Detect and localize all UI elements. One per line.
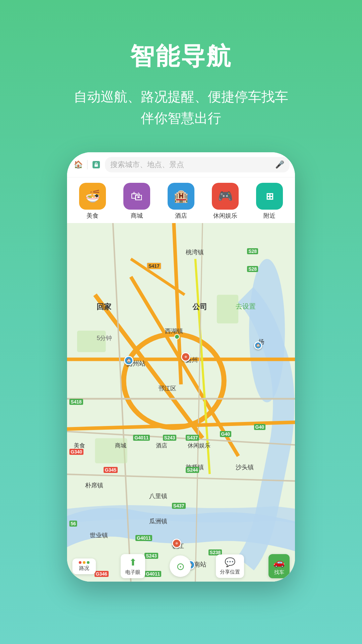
badge-s417: S417 (147, 263, 161, 269)
traffic-button[interactable]: 路况 (72, 558, 96, 574)
map-label-5min: 5分钟 (97, 334, 112, 342)
categories-row: 🍜 美食 🛍 商城 🏨 酒店 🎮 休闲娱乐 ⊞ 附近 (67, 177, 295, 223)
category-nearby-label: 附近 (263, 212, 276, 220)
electronic-eye-button[interactable]: ⬆ 电子眼 (121, 554, 145, 578)
search-input[interactable]: 搜索城市、地点、景点 🎤 (105, 157, 290, 172)
map-label-home: 回家 (97, 302, 111, 312)
map-label-xihuzhen: 西湖镇 (165, 327, 183, 335)
phone-mockup: 🏠 搜索城市、地点、景点 🎤 🍜 美食 🛍 商城 🏨 酒店 (67, 152, 295, 582)
svg-rect-0 (95, 164, 98, 167)
badge-s437-1: S437 (186, 435, 199, 441)
badge-g4011-1: G4011 (133, 435, 150, 441)
pin-yang: 🏠 (254, 341, 262, 350)
traffic-label: 路况 (79, 565, 89, 572)
page-subtitle: 自动巡航、路况提醒、便捷停车找车 伴你智慧出行 (74, 86, 288, 129)
badge-g40-1: G40 (220, 431, 231, 437)
category-hotel-label: 酒店 (175, 212, 187, 220)
location-icon: ⊙ (176, 560, 185, 572)
electronic-label: 电子眼 (125, 569, 140, 576)
lock-icon[interactable] (91, 159, 102, 170)
map-label-food2: 美食 (74, 442, 85, 449)
badge-s418: S418 (69, 399, 83, 405)
map-label-shiyezhen: 世业镇 (90, 531, 108, 539)
map-label-puxizhen: 朴席镇 (85, 481, 103, 489)
share-button[interactable]: 💬 分享位置 (216, 554, 244, 578)
current-location-dot (174, 334, 180, 339)
map-label-taowanzhen: 桃湾镇 (186, 248, 204, 256)
map-label-balizhen: 八里镇 (149, 492, 167, 500)
page-title: 智能导航 (130, 40, 232, 72)
category-food[interactable]: 🍜 美食 (79, 183, 106, 220)
find-car-button[interactable]: 🚗 找车 (268, 554, 290, 578)
category-food-label: 美食 (86, 212, 99, 220)
pin-yangzhouzhan: 🏠 (124, 356, 133, 365)
map-label-mall2: 商城 (115, 442, 126, 449)
badge-s243-1: S243 (163, 435, 177, 441)
badge-s28-2: S28 (247, 266, 258, 272)
map-label-shaqiaozhen: 沙头镇 (236, 463, 254, 471)
map-label-company: 公司 (192, 302, 207, 312)
map-label-guazhouzen: 瓜洲镇 (149, 517, 167, 525)
home-icon[interactable]: 🏠 (72, 159, 84, 170)
svg-rect-17 (217, 295, 238, 324)
badge-s244: S244 (186, 467, 199, 473)
category-mall[interactable]: 🛍 商城 (123, 183, 150, 220)
category-nearby[interactable]: ⊞ 附近 (256, 183, 283, 220)
category-leisure[interactable]: 🎮 休闲娱乐 (212, 183, 239, 220)
find-car-icon: 🚗 (273, 557, 285, 568)
electronic-icon: ⬆ (129, 557, 137, 568)
map-label-settings[interactable]: 去设置 (236, 302, 256, 311)
badge-g340: G340 (69, 449, 83, 455)
search-bar: 🏠 搜索城市、地点、景点 🎤 (67, 152, 295, 177)
category-mall-label: 商城 (131, 212, 143, 220)
location-center-button[interactable]: ⊙ (170, 555, 191, 577)
category-leisure-label: 休闲娱乐 (213, 212, 237, 220)
share-icon: 💬 (225, 557, 235, 568)
badge-s437-2: S437 (172, 503, 186, 509)
badge-g345: G345 (104, 467, 118, 473)
pin-yangzhou: ⊕ (181, 352, 190, 362)
map-area[interactable]: 桃湾镇 公司 回家 5分钟 去设置 西湖镇 扬州站 扬州 扬 邗江区 美食 商城… (67, 223, 295, 582)
search-placeholder: 搜索城市、地点、景点 (110, 160, 184, 170)
badge-g4011-2: G4011 (135, 535, 152, 541)
map-label-hanjiangqu: 邗江区 (158, 384, 176, 392)
pin-zhenjiang: ⊕ (172, 539, 181, 548)
bottom-toolbar: 路况 ⬆ 电子眼 ⊙ 💬 分享位置 🚗 找车 (67, 551, 295, 582)
map-label-hotel2: 酒店 (156, 442, 167, 449)
find-car-label: 找车 (274, 569, 284, 576)
mic-icon[interactable]: 🎤 (275, 160, 284, 169)
share-label: 分享位置 (220, 569, 240, 575)
badge-g40-2: G40 (254, 424, 265, 430)
category-hotel[interactable]: 🏨 酒店 (168, 183, 194, 220)
badge-s28-1: S28 (247, 248, 258, 254)
map-label-leisure2: 休闲娱乐 (188, 442, 210, 449)
badge-56: 56 (69, 521, 77, 527)
search-divider (87, 160, 87, 169)
